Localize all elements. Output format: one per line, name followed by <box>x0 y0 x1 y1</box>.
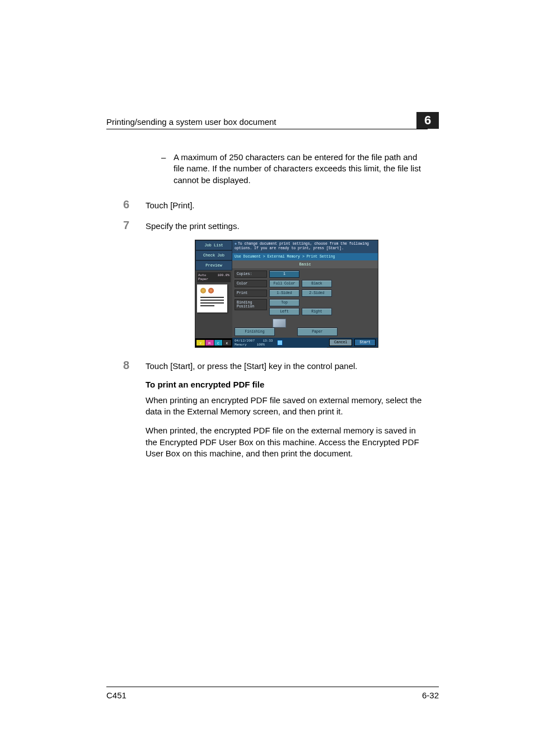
btn-cancel[interactable]: Cancel <box>329 339 352 346</box>
toner-m: M <box>205 340 214 346</box>
footer-page: 6-32 <box>422 690 439 700</box>
label-copies: Copies: <box>235 270 267 278</box>
tab-job-list[interactable]: Job List <box>195 240 232 250</box>
tab-check-job[interactable]: Check Job <box>195 250 232 260</box>
copies-value[interactable]: 1 <box>269 270 299 278</box>
step-7-text: Specify the print settings. <box>146 221 240 232</box>
btn-binding-right[interactable]: Right <box>302 308 332 315</box>
preview-thumbnail[interactable] <box>197 284 227 312</box>
device-screenshot: Job List Check Job Preview Auto Paper 10… <box>195 240 378 347</box>
status-time: 13:33 <box>263 339 273 343</box>
step-number-6: 6 <box>123 198 146 211</box>
note-bullet: – A maximum of 250 characters can be ent… <box>146 152 428 186</box>
btn-paper[interactable]: Paper <box>297 328 338 336</box>
step-number-8: 8 <box>123 359 146 372</box>
step-6-text: Touch [Print]. <box>146 200 195 211</box>
status-memory-label: Memory <box>235 343 247 347</box>
toner-k: K <box>223 340 231 346</box>
bullet-dash: – <box>161 152 174 186</box>
status-date: 04/12/2007 <box>235 339 255 343</box>
bullet-text: A maximum of 250 characters can be enter… <box>174 152 428 186</box>
tab-preview[interactable]: Preview <box>195 260 232 270</box>
step-number-7: 7 <box>123 219 146 232</box>
breadcrumb: Use Document > External Memory > Print S… <box>232 253 378 260</box>
memory-card-icon <box>277 340 283 346</box>
toner-levels: Y M C K <box>195 339 232 347</box>
status-memory-value: 100% <box>257 343 265 347</box>
step-8-text: Touch [Start], or press the [Start] key … <box>146 361 358 372</box>
chapter-number-badge: 6 <box>416 112 439 129</box>
paragraph-2: When printed, the encrypted PDF file on … <box>146 425 428 459</box>
panel-title-basic: Basic <box>232 260 378 268</box>
btn-1-sided[interactable]: 1-Sided <box>269 290 299 297</box>
subheading-encrypted-pdf: To print an encrypted PDF file <box>146 380 428 389</box>
btn-full-color[interactable]: Full Color <box>269 280 299 287</box>
zoom-mode-label: Auto Paper <box>198 273 217 281</box>
finishing-icon <box>273 319 286 328</box>
footer-model: C451 <box>106 690 127 700</box>
instruction-message: ❖To change document print settings, choo… <box>232 240 378 253</box>
label-color: Color <box>235 280 267 287</box>
paragraph-1: When printing an encrypted PDF file save… <box>146 395 428 418</box>
label-print: Print <box>235 290 267 297</box>
btn-start[interactable]: Start <box>354 339 376 346</box>
zoom-value: 100.0% <box>217 273 229 281</box>
toner-y: Y <box>196 340 205 346</box>
toner-c: C <box>214 340 223 346</box>
btn-2-sided[interactable]: 2-Sided <box>302 290 332 297</box>
btn-finishing[interactable]: Finishing <box>235 328 275 336</box>
btn-binding-left[interactable]: Left <box>269 308 299 315</box>
diamond-icon: ❖ <box>235 242 237 246</box>
page-header-title: Printing/sending a system user box docum… <box>106 117 277 127</box>
btn-black[interactable]: Black <box>302 280 332 287</box>
btn-binding-top[interactable]: Top <box>269 299 299 306</box>
label-binding-position: Binding Position <box>235 299 267 310</box>
